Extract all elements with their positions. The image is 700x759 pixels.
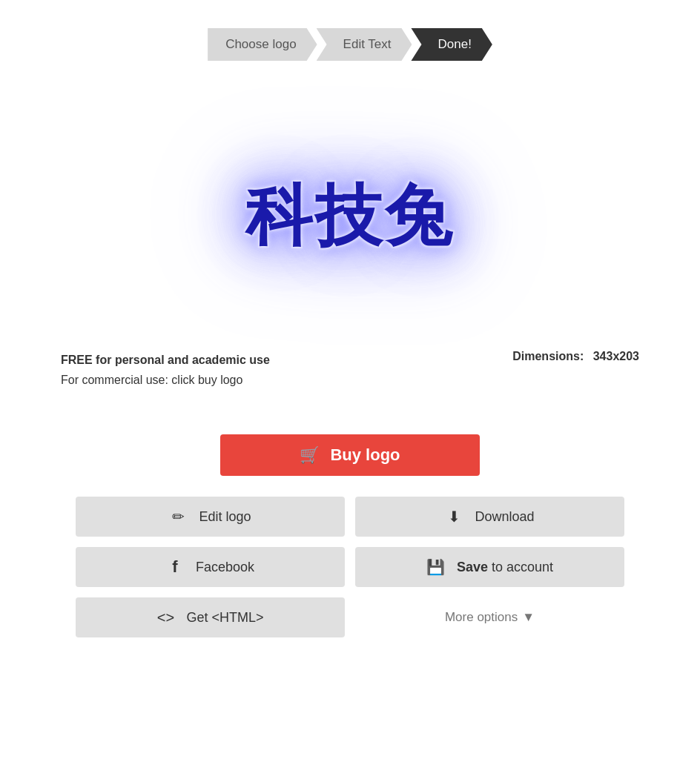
step-done-label: Done! bbox=[438, 37, 471, 52]
chevron-down-icon: ▼ bbox=[522, 610, 535, 625]
more-options-label: More options bbox=[445, 610, 518, 625]
get-html-button[interactable]: <> Get <HTML> bbox=[76, 597, 345, 637]
free-use-text: FREE for personal and academic use bbox=[61, 350, 270, 370]
code-icon: <> bbox=[156, 609, 174, 626]
facebook-label: Facebook bbox=[196, 560, 254, 575]
usage-info: FREE for personal and academic use For c… bbox=[61, 350, 270, 390]
actions-grid: ✏ Edit logo ⬇ Download f Facebook 💾 Save… bbox=[76, 497, 624, 637]
save-to-account-button[interactable]: 💾 Save to account bbox=[355, 547, 624, 587]
logo-text: 科技兔 bbox=[245, 171, 455, 262]
save-icon: 💾 bbox=[426, 558, 445, 576]
download-label: Download bbox=[475, 509, 534, 525]
step-done[interactable]: Done! bbox=[411, 28, 492, 61]
cart-icon: 🛒 bbox=[300, 445, 320, 465]
step-edit-text[interactable]: Edit Text bbox=[317, 28, 412, 61]
step-choose-logo-label: Choose logo bbox=[225, 37, 296, 52]
facebook-button[interactable]: f Facebook bbox=[76, 547, 345, 587]
logo-preview: 科技兔 bbox=[165, 120, 535, 313]
more-options-cell: More options ▼ bbox=[355, 597, 624, 637]
save-bold: Save bbox=[457, 560, 488, 574]
steps-breadcrumb: Choose logo Edit Text Done! bbox=[208, 28, 492, 61]
pencil-icon: ✏ bbox=[169, 508, 187, 526]
dimensions-info: Dimensions: 343x203 bbox=[506, 350, 639, 363]
buy-logo-label: Buy logo bbox=[330, 445, 400, 465]
save-label: Save to account bbox=[457, 560, 553, 575]
edit-logo-button[interactable]: ✏ Edit logo bbox=[76, 497, 345, 537]
step-choose-logo[interactable]: Choose logo bbox=[208, 28, 317, 61]
facebook-icon: f bbox=[166, 557, 184, 577]
more-options-button[interactable]: More options ▼ bbox=[360, 610, 620, 625]
info-row: FREE for personal and academic use For c… bbox=[61, 350, 639, 390]
download-icon: ⬇ bbox=[445, 508, 463, 526]
download-button[interactable]: ⬇ Download bbox=[355, 497, 624, 537]
edit-logo-label: Edit logo bbox=[199, 509, 251, 525]
get-html-label: Get <HTML> bbox=[186, 610, 263, 626]
buy-logo-button[interactable]: 🛒 Buy logo bbox=[220, 434, 480, 476]
commercial-use-text: For commercial use: click buy logo bbox=[61, 370, 270, 390]
step-edit-text-label: Edit Text bbox=[343, 37, 392, 52]
